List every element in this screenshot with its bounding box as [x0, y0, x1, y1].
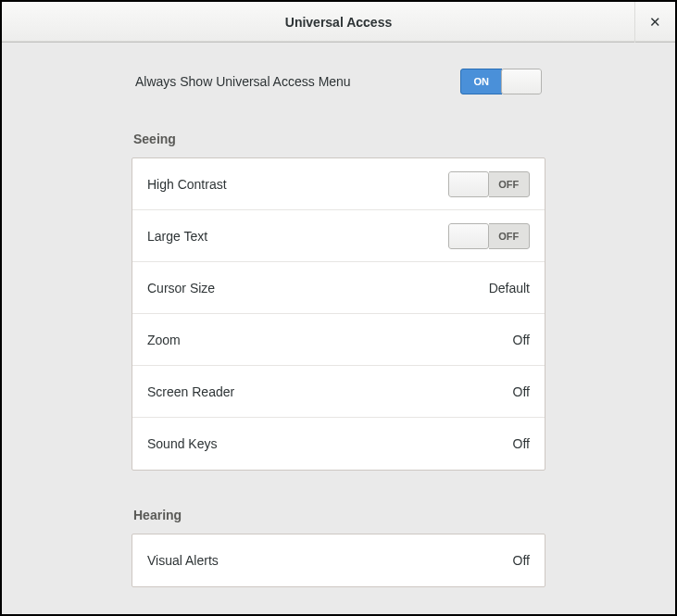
- content-area: Always Show Universal Access Menu ON OFF…: [2, 43, 675, 614]
- high-contrast-row[interactable]: High Contrast OFF: [132, 158, 545, 210]
- close-icon: ✕: [649, 14, 661, 31]
- window-title: Universal Access: [2, 15, 675, 30]
- switch-off-label: OFF: [489, 223, 531, 249]
- large-text-switch[interactable]: OFF: [448, 223, 530, 249]
- zoom-label: Zoom: [147, 333, 181, 347]
- switch-slider: [448, 171, 489, 197]
- sound-keys-label: Sound Keys: [147, 436, 218, 451]
- visual-alerts-value: Off: [513, 553, 530, 568]
- seeing-heading: Seeing: [132, 132, 545, 146]
- cursor-size-label: Cursor Size: [147, 281, 215, 295]
- large-text-row[interactable]: Large Text OFF: [132, 210, 545, 262]
- seeing-list: High Contrast OFF Large Text OFF: [132, 157, 545, 471]
- screen-reader-row[interactable]: Screen Reader Off: [132, 366, 545, 418]
- switch-slider: [448, 223, 489, 249]
- always-show-menu-switch[interactable]: ON OFF: [460, 69, 542, 94]
- high-contrast-switch[interactable]: OFF: [448, 171, 530, 197]
- hearing-heading: Hearing: [132, 508, 545, 522]
- always-show-menu-label: Always Show Universal Access Menu: [135, 74, 351, 89]
- sound-keys-row[interactable]: Sound Keys Off: [132, 418, 545, 470]
- cursor-size-row[interactable]: Cursor Size Default: [132, 262, 545, 314]
- large-text-label: Large Text: [147, 229, 207, 244]
- always-show-menu-row: Always Show Universal Access Menu ON OFF: [132, 69, 545, 94]
- hearing-list: Visual Alerts Off: [132, 534, 545, 587]
- window: Universal Access ✕ Always Show Universal…: [2, 2, 675, 614]
- switch-on-label: ON: [460, 69, 502, 94]
- zoom-value: Off: [513, 333, 530, 347]
- sound-keys-value: Off: [513, 436, 530, 451]
- cursor-size-value: Default: [489, 281, 530, 295]
- screen-reader-label: Screen Reader: [147, 384, 234, 399]
- zoom-row[interactable]: Zoom Off: [132, 314, 545, 366]
- screen-reader-value: Off: [513, 384, 530, 399]
- visual-alerts-label: Visual Alerts: [147, 553, 219, 568]
- high-contrast-label: High Contrast: [147, 177, 227, 192]
- headerbar: Universal Access ✕: [2, 2, 675, 43]
- switch-off-label: OFF: [489, 171, 531, 197]
- switch-slider: [501, 69, 542, 94]
- visual-alerts-row[interactable]: Visual Alerts Off: [132, 534, 545, 586]
- close-button[interactable]: ✕: [634, 2, 675, 43]
